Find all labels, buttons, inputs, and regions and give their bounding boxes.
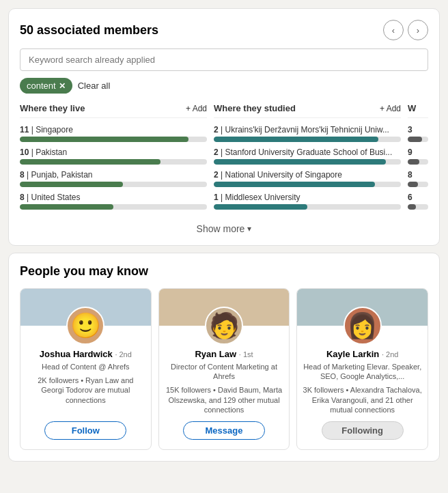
studied-item-4: 1 | Middlesex University: [214, 193, 401, 210]
filter-col-live-title: Where they live: [20, 103, 85, 113]
person-followers-ryan: 15K followers • David Baum, Marta Olszew…: [159, 381, 290, 414]
third-item-3: 8: [408, 170, 428, 187]
person-card-kayle: 👩 Kayle Larkin · 2nd Head of Marketing E…: [296, 288, 428, 450]
avatar-ryan-img: 🧑: [209, 313, 240, 338]
filter-col-third: W 3 9 8: [408, 103, 428, 215]
studied-item-3-label: 2 | National University of Singapore: [214, 170, 401, 180]
live-item-4-bar-fill: [20, 204, 113, 210]
studied-item-4-bar-fill: [214, 204, 307, 210]
studied-item-3: 2 | National University of Singapore: [214, 170, 401, 187]
person-followers-kayle: 3K followers • Alexandra Tachalova, Erik…: [297, 381, 428, 414]
show-more-row[interactable]: Show more ▾: [20, 223, 428, 234]
person-title-kayle: Head of Marketing Elevar. Speaker, SEO, …: [297, 361, 428, 382]
studied-item-2: 2 | Stanford University Graduate School …: [214, 147, 401, 165]
avatar-joshua-img: 🙂: [70, 313, 101, 338]
live-item-4-label: 8 | United States: [20, 193, 207, 202]
person-avatar-wrap-ryan: 🧑: [205, 307, 243, 345]
person-action-joshua: Follow: [44, 414, 126, 440]
filter-col-live: Where they live + Add 11 | Singapore 10 …: [20, 103, 207, 215]
studied-item-2-bar-fill: [214, 159, 386, 165]
person-card-joshua: 🙂 Joshua Hardwick · 2nd Head of Content …: [20, 288, 152, 450]
live-item-1-label: 11 | Singapore: [20, 125, 207, 135]
pymk-title: People you may know: [20, 264, 428, 279]
studied-item-4-bar: [214, 204, 401, 210]
filter-col-studied: Where they studied + Add 2 | Ukrains'kij…: [214, 103, 401, 215]
nav-prev-button[interactable]: ‹: [383, 20, 404, 40]
filter-col-studied-header: Where they studied + Add: [214, 103, 401, 118]
person-action-ryan: Message: [183, 414, 265, 440]
message-button-ryan[interactable]: Message: [183, 421, 265, 440]
studied-item-4-label: 1 | Middlesex University: [214, 193, 401, 202]
live-item-1-bar: [20, 137, 207, 142]
studied-item-2-bar: [214, 159, 401, 165]
third-item-4: 6: [408, 193, 428, 210]
filter-tag-content[interactable]: content ✕: [20, 78, 72, 94]
following-button-kayle[interactable]: Following: [322, 421, 404, 440]
person-avatar-wrap-joshua: 🙂: [66, 307, 104, 345]
person-card-ryan: 🧑 Ryan Law · 1st Director of Content Mar…: [158, 288, 290, 450]
live-item-2-bar: [20, 159, 207, 165]
live-item-4: 8 | United States: [20, 193, 207, 210]
person-title-joshua: Head of Content @ Ahrefs: [36, 361, 135, 371]
keyword-search-input[interactable]: [20, 48, 428, 71]
live-item-2-bar-fill: [20, 159, 160, 165]
filter-col-third-header: W: [408, 103, 428, 118]
assoc-header: 50 associated members ‹ ›: [20, 20, 428, 40]
filter-col-studied-title: Where they studied: [214, 103, 296, 113]
studied-item-1: 2 | Ukrains'kij Deržavnij Mors'kij Tehni…: [214, 125, 401, 142]
clear-all-link[interactable]: Clear all: [78, 81, 111, 91]
avatar-ryan: 🧑: [205, 307, 243, 345]
third-item-1: 3: [408, 125, 428, 142]
third-item-2-bar: [408, 159, 428, 165]
filter-col-studied-add[interactable]: + Add: [380, 104, 401, 113]
live-item-2: 10 | Pakistan: [20, 147, 207, 165]
third-item-3-bar: [408, 182, 428, 187]
studied-item-1-bar: [214, 137, 401, 142]
filter-tag-label: content: [27, 81, 56, 91]
filter-col-live-header: Where they live + Add: [20, 103, 207, 118]
studied-item-3-bar: [214, 182, 401, 187]
person-followers-joshua: 2K followers • Ryan Law and Georgi Todor…: [20, 371, 151, 405]
show-more-label: Show more: [197, 223, 245, 234]
studied-item-3-bar-fill: [214, 182, 375, 187]
third-item-1-bar: [408, 137, 428, 142]
live-item-4-bar: [20, 204, 207, 210]
live-item-3-bar: [20, 182, 207, 187]
third-item-4-bar: [408, 204, 428, 210]
associated-members-card: 50 associated members ‹ › content ✕ Clea…: [8, 8, 440, 246]
studied-item-1-label: 2 | Ukrains'kij Deržavnij Mors'kij Tehni…: [214, 125, 401, 135]
pymk-card: People you may know 🙂 Joshua Hardwick · …: [8, 253, 440, 462]
person-name-ryan: Ryan Law · 1st: [189, 349, 258, 361]
live-item-3-label: 8 | Punjab, Pakistan: [20, 170, 207, 180]
person-avatar-wrap-kayle: 👩: [344, 307, 382, 345]
live-item-2-label: 10 | Pakistan: [20, 147, 207, 157]
filter-col-live-add[interactable]: + Add: [186, 104, 207, 113]
third-item-2: 9: [408, 147, 428, 165]
chevron-down-icon: ▾: [247, 224, 251, 234]
live-item-1: 11 | Singapore: [20, 125, 207, 142]
person-name-kayle: Kayle Larkin · 2nd: [321, 349, 404, 361]
studied-item-1-bar-fill: [214, 137, 378, 142]
avatar-kayle-img: 👩: [347, 313, 378, 338]
live-item-1-bar-fill: [20, 137, 188, 142]
people-grid: 🙂 Joshua Hardwick · 2nd Head of Content …: [20, 288, 428, 450]
filter-col-third-title: W: [408, 103, 416, 113]
avatar-joshua: 🙂: [66, 307, 104, 345]
live-item-3-bar-fill: [20, 182, 123, 187]
avatar-kayle: 👩: [344, 307, 382, 345]
person-action-kayle: Following: [322, 414, 404, 440]
assoc-title: 50 associated members: [20, 23, 158, 38]
filter-row: content ✕ Clear all: [20, 78, 428, 94]
filter-columns: Where they live + Add 11 | Singapore 10 …: [20, 103, 428, 215]
nav-next-button[interactable]: ›: [408, 20, 428, 40]
studied-item-2-label: 2 | Stanford University Graduate School …: [214, 147, 401, 157]
filter-tag-close-icon[interactable]: ✕: [59, 81, 66, 91]
nav-buttons: ‹ ›: [383, 20, 428, 40]
person-title-ryan: Director of Content Marketing at Ahrefs: [159, 361, 290, 382]
live-item-3: 8 | Punjab, Pakistan: [20, 170, 207, 187]
follow-button-joshua[interactable]: Follow: [44, 421, 126, 440]
person-name-joshua: Joshua Hardwick · 2nd: [34, 349, 137, 361]
